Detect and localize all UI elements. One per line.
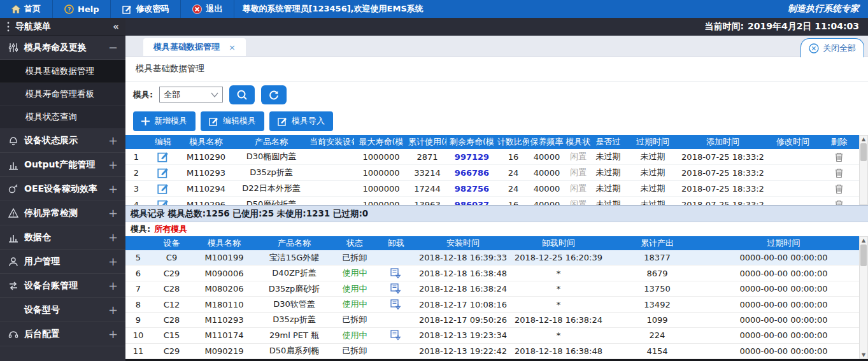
warning-icon: [8, 208, 19, 218]
record-total: 模具总数:1256: [168, 208, 230, 220]
change-password-button[interactable]: 修改密码: [111, 0, 181, 18]
scroll-thumb[interactable]: [860, 143, 867, 161]
sidebar-subitem-0-0[interactable]: 模具基础数据管理: [0, 60, 125, 83]
sidebar-item-label: 用户管理: [24, 256, 60, 267]
mold-table-row[interactable]: 1M110290D30椭圆内盖100000028719971291640000闲…: [125, 149, 859, 165]
sidebar-item-6[interactable]: 用户管理+: [0, 250, 125, 274]
expand-icon[interactable]: +: [108, 134, 118, 147]
mold-table-body: 1M110290D30椭圆内盖100000028719971291640000闲…: [125, 149, 859, 205]
sidebar-collapse-button[interactable]: «: [113, 21, 119, 32]
unload-icon[interactable]: [377, 283, 415, 294]
column-header: 过期时间: [624, 136, 681, 148]
product-name: D35zp折盖: [233, 167, 309, 178]
sidebar-item-2[interactable]: Output产能管理+: [0, 153, 125, 177]
max-life: 1000000: [354, 184, 408, 194]
scroll-up-icon[interactable]: ▲: [862, 237, 865, 243]
tab-mold-basic-data[interactable]: 模具基础数据管理 ×: [143, 38, 246, 56]
install-table-row[interactable]: 6C29M090006D40ZP折盖使用中2018-12-18 16:38:48…: [125, 265, 859, 281]
edit-mold-button[interactable]: 编辑模具: [201, 111, 264, 131]
scroll-down-icon[interactable]: ▼: [862, 352, 865, 358]
sidebar-item-8[interactable]: 设备型号+: [0, 298, 125, 322]
unload-icon[interactable]: [377, 268, 415, 279]
column-header: 累计产出: [606, 237, 708, 249]
mold-filter-label: 模具:: [133, 89, 153, 101]
max-life: 1000000: [354, 168, 408, 178]
sidebar-item-7[interactable]: 设备台账管理+: [0, 274, 125, 298]
product-name: D35zp磨砂折: [256, 283, 332, 295]
delete-icon[interactable]: [822, 183, 857, 194]
install-table-row[interactable]: 9C28M110293D35zp折盖已拆卸2018-12-17 09:50:26…: [125, 313, 859, 328]
delete-icon[interactable]: [822, 167, 857, 178]
search-button[interactable]: [229, 85, 255, 104]
row-edit-icon[interactable]: [147, 167, 179, 178]
home-button[interactable]: 首页: [0, 0, 53, 18]
used-count: 17244: [408, 184, 446, 194]
sidebar-item-3[interactable]: OEE设备稼动效率+: [0, 177, 125, 201]
sidebar-subitem-0-1[interactable]: 模具寿命管理看板: [0, 83, 125, 106]
install-table-scrollbar[interactable]: ▲ ▼: [859, 236, 868, 359]
status-badge: 已拆卸: [332, 252, 377, 264]
mold-table-row[interactable]: 3M110294D22日本外形盖100000017244982756244000…: [125, 181, 859, 197]
expand-icon[interactable]: +: [108, 279, 118, 292]
sidebar-item-4[interactable]: 停机异常检测+: [0, 201, 125, 225]
scroll-up-icon[interactable]: ▲: [862, 136, 865, 142]
install-time: 2018-12-18 16:39:33: [415, 253, 511, 262]
collapse-icon[interactable]: −: [108, 41, 118, 54]
mold-filter-select[interactable]: 全部: [159, 87, 223, 103]
add-mold-button[interactable]: 新增模具: [133, 111, 196, 131]
brand-slogan: 制造执行系统专家: [788, 3, 868, 15]
install-table-row[interactable]: 5C9M100199宝洁15G外罐已拆卸2018-12-18 16:39:332…: [125, 250, 859, 265]
row-edit-icon[interactable]: [147, 199, 179, 205]
row-number: 9: [125, 315, 151, 325]
scroll-thumb[interactable]: [860, 244, 867, 266]
sidebar-item-0[interactable]: 模具寿命及更换−: [0, 36, 125, 60]
tab-close-icon[interactable]: ×: [229, 43, 236, 52]
row-number: 1: [125, 152, 147, 162]
install-table-row[interactable]: 7C28M080206D35zp磨砂折使用中2018-12-18 16:38:2…: [125, 281, 859, 297]
current-time-label: 当前时间:: [704, 21, 744, 32]
welcome-message: 尊敬的系统管理员[123456],欢迎使用EMS系统: [234, 3, 423, 15]
sidebar-item-5[interactable]: 数据仓+: [0, 225, 125, 250]
delete-icon[interactable]: [822, 199, 857, 206]
count-ratio: 24: [497, 184, 529, 194]
expire-time: 0000-00-00 00:00:00: [708, 300, 859, 309]
expand-icon[interactable]: +: [108, 255, 118, 268]
product-name: D35zp折盖: [256, 314, 332, 325]
column-header: 卸载时间: [511, 237, 606, 249]
logout-button[interactable]: 退出: [181, 0, 234, 18]
unload-icon[interactable]: [377, 330, 415, 341]
used-count: 33214: [408, 168, 446, 178]
used-count: 2871: [408, 152, 446, 162]
help-button[interactable]: ? Help: [53, 0, 111, 18]
import-mold-button[interactable]: 模具导入: [269, 111, 333, 131]
is-expired: 未过期: [592, 151, 624, 162]
expand-icon[interactable]: +: [108, 158, 118, 171]
sidebar-item-9[interactable]: 后台配置+: [0, 322, 125, 346]
mold-table-scrollbar[interactable]: ▲: [859, 135, 868, 205]
column-header: 模具状: [564, 136, 592, 148]
device-name: C9: [151, 253, 192, 262]
install-time: 2018-12-13 19:22:42: [415, 346, 511, 356]
row-edit-icon[interactable]: [147, 151, 179, 162]
mold-table-row[interactable]: 4M110296D50磨砂折盖1000000139639860371640000…: [125, 197, 859, 205]
install-table-row[interactable]: 8C12M180110D30软管盖使用中2018-12-17 10:08:16*…: [125, 297, 859, 312]
install-table-row[interactable]: 10C15M11017429ml PET 瓶使用中2018-12-13 19:2…: [125, 328, 859, 343]
refresh-button[interactable]: [261, 85, 287, 104]
mold-filter-row: 模具: 全部: [125, 82, 868, 108]
sidebar-subitem-0-2[interactable]: 模具状态查询: [0, 106, 125, 129]
expand-icon[interactable]: +: [108, 327, 118, 341]
row-edit-icon[interactable]: [147, 183, 179, 194]
expand-icon[interactable]: +: [108, 303, 118, 316]
sidebar-item-1[interactable]: 设备状态展示+: [0, 129, 125, 153]
close-all-button[interactable]: 关闭全部: [800, 38, 864, 57]
expand-icon[interactable]: +: [108, 230, 118, 244]
install-table-row[interactable]: 11C29M090219D50扁系列椭已拆卸2018-12-13 19:22:4…: [125, 344, 859, 359]
unload-time: *: [511, 284, 606, 294]
max-life: 1000000: [354, 200, 408, 206]
expand-icon[interactable]: +: [108, 206, 118, 220]
expand-icon[interactable]: +: [108, 182, 118, 195]
unload-icon[interactable]: [377, 299, 415, 310]
install-table-body: 5C9M100199宝洁15G外罐已拆卸2018-12-18 16:39:332…: [125, 250, 859, 359]
mold-table-row[interactable]: 2M110293D35zp折盖1000000332149667862440000…: [125, 165, 859, 181]
delete-icon[interactable]: [822, 152, 857, 162]
